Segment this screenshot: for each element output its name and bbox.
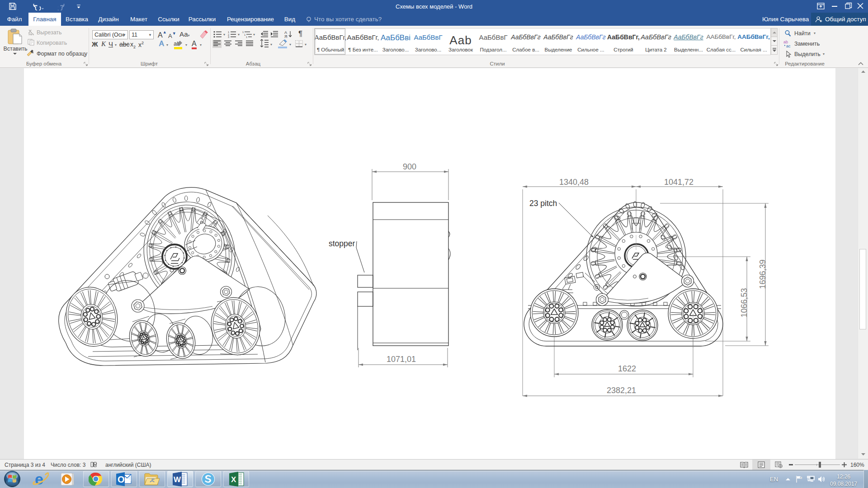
- svg-text:1066,53: 1066,53: [740, 288, 749, 317]
- svg-text:900: 900: [403, 162, 416, 171]
- svg-text:1: 1: [242, 31, 244, 33]
- svg-text:3: 3: [228, 36, 229, 38]
- svg-text:stopper: stopper: [329, 239, 355, 248]
- svg-text:1: 1: [246, 36, 247, 38]
- svg-text:1041,72: 1041,72: [664, 178, 693, 187]
- svg-text:1071,01: 1071,01: [387, 355, 416, 364]
- svg-text:ac: ac: [786, 44, 791, 48]
- svg-text:23 pitch: 23 pitch: [529, 199, 557, 208]
- svg-text:1622: 1622: [618, 364, 636, 373]
- svg-text:1: 1: [244, 33, 245, 36]
- svg-text:1340,48: 1340,48: [559, 178, 589, 187]
- svg-text:Я: Я: [284, 34, 288, 38]
- svg-text:2382,21: 2382,21: [607, 386, 636, 395]
- svg-text:1696,39: 1696,39: [758, 259, 767, 289]
